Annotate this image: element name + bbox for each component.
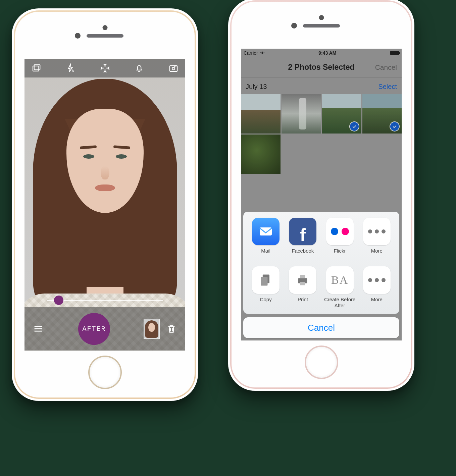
shutter-after-button[interactable]: AFTER bbox=[78, 313, 110, 345]
share-item-label: Facebook bbox=[292, 248, 314, 254]
share-item-label: Copy bbox=[260, 297, 272, 303]
home-button[interactable] bbox=[88, 356, 122, 389]
gallery-icon[interactable] bbox=[30, 62, 43, 74]
share-sheet: MailfFacebookFlickrMore CopyPrintBACreat… bbox=[243, 212, 399, 338]
share-row-apps: MailfFacebookFlickrMore bbox=[246, 218, 397, 254]
camera-bottom-bar: AFTER bbox=[24, 307, 185, 351]
phone-mockup-right: Carrier 9:43 AM 2 Photos Selected Cancel bbox=[228, 0, 414, 391]
flickr-icon bbox=[326, 218, 354, 245]
share-item-label: Print bbox=[298, 297, 308, 303]
camera-top-toolbar: A bbox=[24, 59, 185, 77]
last-photo-thumbnail[interactable] bbox=[144, 319, 160, 339]
share-item-label: Mail bbox=[261, 248, 270, 254]
share-cancel-label: Cancel bbox=[308, 323, 335, 333]
svg-text:A: A bbox=[72, 69, 74, 73]
share-sheet-panel: MailfFacebookFlickrMore CopyPrintBACreat… bbox=[243, 212, 399, 314]
shutter-label: AFTER bbox=[82, 325, 106, 333]
mail-icon bbox=[252, 218, 280, 245]
earpiece-speaker bbox=[303, 24, 340, 28]
share-item-label: Flickr bbox=[334, 248, 346, 254]
share-item-more[interactable]: More bbox=[360, 218, 393, 254]
flash-icon[interactable]: A bbox=[64, 62, 77, 74]
share-item-label: More bbox=[371, 248, 383, 254]
intensity-slider-row bbox=[24, 294, 185, 307]
print-icon bbox=[289, 266, 316, 294]
home-button[interactable] bbox=[305, 346, 338, 379]
camera-app: A bbox=[24, 59, 185, 351]
screen-right: Carrier 9:43 AM 2 Photos Selected Cancel bbox=[241, 49, 402, 340]
svg-rect-9 bbox=[300, 282, 305, 285]
photos-app: Carrier 9:43 AM 2 Photos Selected Cancel bbox=[241, 49, 402, 340]
share-item-label: Create Before After bbox=[323, 297, 356, 309]
proximity-sensor-dot bbox=[291, 23, 297, 29]
before-after-icon: BA bbox=[326, 266, 354, 294]
share-item-mail[interactable]: Mail bbox=[249, 218, 282, 254]
more-icon bbox=[363, 218, 391, 245]
earpiece-speaker bbox=[87, 34, 123, 38]
menu-icon[interactable] bbox=[32, 322, 45, 335]
bell-icon[interactable] bbox=[133, 62, 146, 74]
svg-rect-8 bbox=[300, 275, 305, 278]
share-item-print[interactable]: Print bbox=[286, 266, 319, 309]
switch-camera-icon[interactable] bbox=[167, 62, 180, 74]
screen-left: A bbox=[24, 59, 185, 351]
svg-rect-4 bbox=[260, 227, 272, 235]
share-item-flickr[interactable]: Flickr bbox=[323, 218, 356, 254]
share-item-more2[interactable]: More bbox=[360, 266, 393, 309]
intensity-slider-thumb[interactable] bbox=[54, 296, 63, 305]
more-icon bbox=[363, 266, 391, 294]
share-item-copy[interactable]: Copy bbox=[249, 266, 282, 309]
front-camera-dot bbox=[319, 15, 324, 20]
phone-mockup-left: A bbox=[12, 8, 198, 401]
share-item-ba[interactable]: BACreate Before After bbox=[323, 266, 356, 309]
proximity-sensor-dot bbox=[75, 33, 81, 39]
front-camera-dot bbox=[102, 25, 107, 30]
share-item-fb[interactable]: fFacebook bbox=[286, 218, 319, 254]
last-photo-group bbox=[144, 319, 178, 339]
copy-icon bbox=[252, 266, 280, 294]
facebook-icon: f bbox=[289, 218, 316, 245]
svg-rect-6 bbox=[261, 277, 267, 286]
share-item-label: More bbox=[371, 297, 383, 303]
intensity-slider[interactable] bbox=[47, 300, 163, 301]
trash-icon[interactable] bbox=[165, 322, 178, 335]
share-cancel-button[interactable]: Cancel bbox=[243, 317, 399, 338]
focus-icon[interactable] bbox=[99, 62, 111, 74]
share-row-actions: CopyPrintBACreate Before AfterMore bbox=[246, 260, 397, 309]
